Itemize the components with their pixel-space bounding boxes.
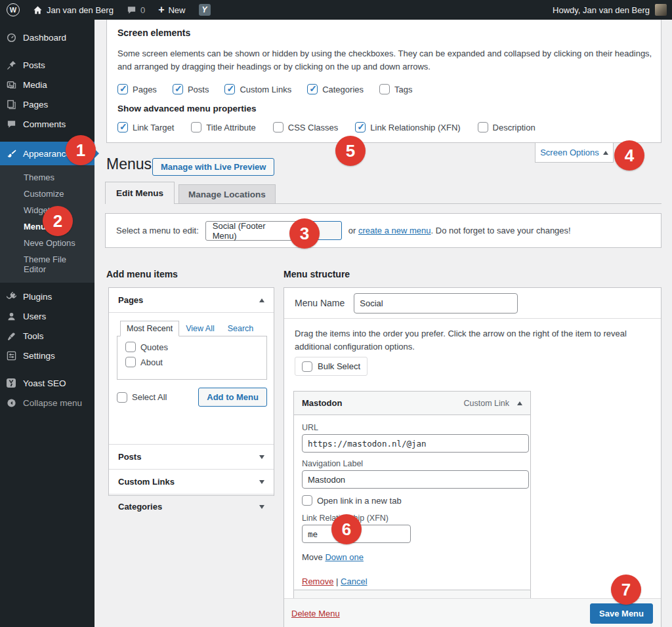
tab-search[interactable]: Search <box>221 321 261 336</box>
menu-structure-card: Menu Name Drag the items into the order … <box>284 287 662 627</box>
manage-live-preview-button[interactable]: Manage with Live Preview <box>152 158 274 176</box>
menu-item-header[interactable]: Mastodon Custom Link <box>293 391 531 415</box>
checkbox-title-attribute[interactable]: Title Attribute <box>191 122 255 132</box>
sidebar-item-plugins[interactable]: Plugins <box>0 287 94 306</box>
comments-count: 0 <box>140 5 145 15</box>
sidebar-item-pages[interactable]: Pages <box>0 94 94 114</box>
screen-options-tab[interactable]: Screen Options <box>535 143 614 163</box>
next-menu-item-partial[interactable] <box>293 590 531 598</box>
accordion-pages-header[interactable]: Pages <box>109 288 274 313</box>
checkbox-description[interactable]: Description <box>478 122 536 132</box>
annotation-badge-1: 1 <box>66 135 96 165</box>
comments-shortcut[interactable]: 0 <box>120 0 152 20</box>
home-icon <box>33 5 43 15</box>
checkbox-box[interactable] <box>273 122 284 132</box>
checkbox-box[interactable] <box>173 84 183 94</box>
checkbox-box[interactable] <box>355 122 366 132</box>
annotation-badge-7: 7 <box>611 575 641 605</box>
checkbox-box[interactable] <box>478 122 488 132</box>
checkbox-custom-links[interactable]: Custom Links <box>224 84 291 94</box>
remove-item-link[interactable]: Remove <box>302 576 333 586</box>
checkbox-box[interactable] <box>302 361 312 372</box>
sidebar-item-media[interactable]: Media <box>0 75 94 94</box>
page-item-about[interactable]: About <box>125 357 259 367</box>
submenu-item-themes[interactable]: Themes <box>0 169 94 186</box>
accordion-custom-links-header[interactable]: Custom Links <box>109 469 274 494</box>
checkbox-box[interactable] <box>307 84 318 94</box>
user-icon <box>5 312 17 321</box>
url-label: URL <box>302 423 522 432</box>
new-content-menu[interactable]: + New <box>152 0 192 20</box>
select-all-checkbox[interactable]: Select All <box>117 392 167 403</box>
create-new-menu-link[interactable]: create a new menu <box>358 226 431 235</box>
annotation-badge-3: 3 <box>289 218 320 249</box>
tab-most-recent[interactable]: Most Recent <box>120 321 179 336</box>
checkbox-categories[interactable]: Categories <box>307 84 364 94</box>
menu-select-dropdown[interactable]: Social (Footer Menu) <box>205 221 303 241</box>
checkbox-link-target[interactable]: Link Target <box>117 122 174 132</box>
howdy-account-link[interactable]: Howdy, Jan van den Berg <box>553 5 650 15</box>
submenu-item-customize[interactable]: Customize <box>0 186 94 202</box>
pages-accordion-body: Most Recent View All Search Quotes About… <box>109 313 274 444</box>
save-menu-button[interactable]: Save Menu <box>590 603 653 624</box>
sidebar-item-posts[interactable]: Posts <box>0 55 94 75</box>
page-item-quotes[interactable]: Quotes <box>125 342 259 352</box>
tabs-divider <box>105 203 662 204</box>
checkbox-box[interactable] <box>117 122 128 132</box>
sidebar-item-label: Tools <box>23 331 44 341</box>
tab-manage-locations[interactable]: Manage Locations <box>178 184 276 204</box>
tab-view-all[interactable]: View All <box>179 321 221 336</box>
comment-bubble-icon <box>127 5 136 15</box>
open-new-tab-checkbox[interactable]: Open link in a new tab <box>302 495 522 506</box>
plus-icon: + <box>158 5 164 15</box>
annotation-badge-4: 4 <box>614 140 644 171</box>
checkbox-link-relationship-xfn[interactable]: Link Relationship (XFN) <box>355 122 460 132</box>
user-avatar[interactable] <box>655 4 667 16</box>
checkbox-box[interactable] <box>302 495 312 506</box>
sidebar-item-label: Comments <box>23 119 66 129</box>
accordion-categories-header[interactable]: Categories <box>109 494 274 519</box>
sidebar-item-tools[interactable]: Tools <box>0 326 94 346</box>
collapse-arrow-icon <box>5 398 17 408</box>
checkbox-posts[interactable]: Posts <box>173 84 209 94</box>
checkbox-css-classes[interactable]: CSS Classes <box>273 122 339 132</box>
collapse-menu-button[interactable]: Collapse menu <box>0 393 94 413</box>
menu-select-bar: Select a menu to edit: Social (Footer Me… <box>105 213 662 248</box>
checkbox-box[interactable] <box>379 84 390 94</box>
move-down-one-link[interactable]: Down one <box>325 552 364 562</box>
accordion-posts-header[interactable]: Posts <box>109 444 274 469</box>
sidebar-item-dashboard[interactable]: Dashboard <box>0 28 94 47</box>
sidebar-item-comments[interactable]: Comments <box>0 114 94 134</box>
drag-instructions: Drag the items into the order you prefer… <box>295 327 660 354</box>
new-label: New <box>168 5 185 15</box>
yoast-toolbar-menu[interactable]: Y <box>192 0 217 20</box>
checkbox-box[interactable] <box>125 357 136 367</box>
submenu-item-theme-file-editor[interactable]: Theme File Editor <box>0 251 94 277</box>
sidebar-item-settings[interactable]: Settings <box>0 346 94 365</box>
add-to-menu-button[interactable]: Add to Menu <box>198 388 267 407</box>
menu-structure-heading: Menu structure <box>284 269 350 279</box>
checkbox-tags[interactable]: Tags <box>379 84 412 94</box>
checkbox-box[interactable] <box>125 342 136 352</box>
bulk-select-toggle[interactable]: Bulk Select <box>295 357 368 376</box>
site-name-link[interactable]: Jan van den Berg <box>26 0 120 20</box>
checkbox-box[interactable] <box>191 122 201 132</box>
submenu-item-neve-options[interactable]: Neve Options <box>0 235 94 251</box>
checkbox-box[interactable] <box>117 84 128 94</box>
url-input[interactable] <box>302 434 529 453</box>
sidebar-item-label: Media <box>23 80 47 90</box>
delete-menu-link[interactable]: Delete Menu <box>291 609 340 618</box>
paintbrush-icon <box>5 149 17 159</box>
tab-edit-menus[interactable]: Edit Menus <box>105 182 175 204</box>
cancel-item-link[interactable]: Cancel <box>341 576 367 586</box>
checkbox-pages[interactable]: Pages <box>117 84 157 94</box>
wordpress-logo-menu[interactable]: W <box>0 0 26 20</box>
collapse-item-icon[interactable] <box>517 401 522 405</box>
menu-name-input[interactable] <box>354 293 518 314</box>
chevron-up-icon <box>603 151 608 155</box>
checkbox-box[interactable] <box>224 84 235 94</box>
sidebar-item-yoast-seo[interactable]: Yoast SEO <box>0 373 94 393</box>
checkbox-box[interactable] <box>117 392 127 403</box>
navigation-label-input[interactable] <box>302 470 529 489</box>
sidebar-item-users[interactable]: Users <box>0 306 94 326</box>
